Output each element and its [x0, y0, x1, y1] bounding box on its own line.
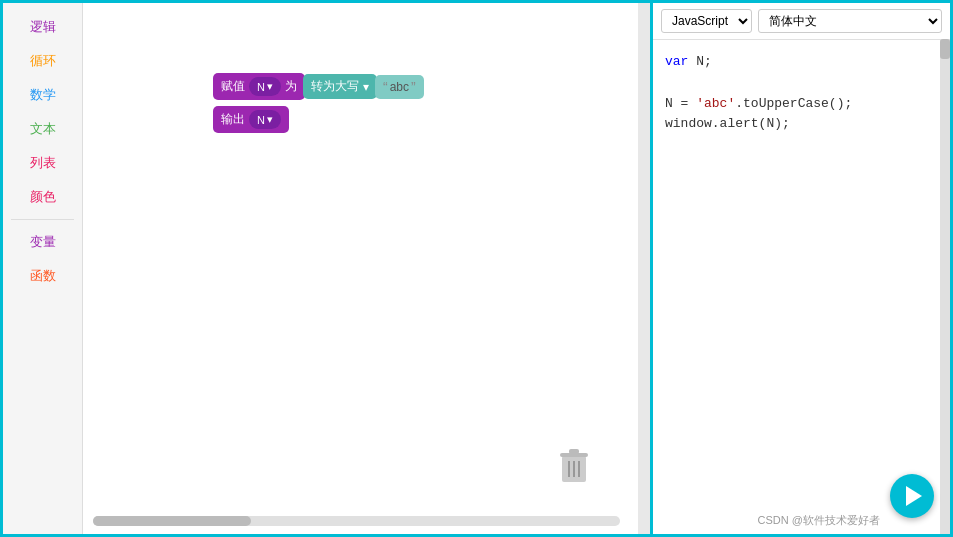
- close-quote: ”: [411, 79, 416, 95]
- convert-arrow: ▾: [363, 80, 369, 94]
- convert-block[interactable]: 转为大写 ▾: [303, 74, 377, 99]
- code-var-decl: N;: [696, 54, 712, 69]
- code-content: var N; N = 'abc'.toUpperCase(); window.a…: [653, 40, 950, 534]
- var-dropdown-arrow: ▾: [267, 80, 273, 93]
- as-label: 为: [285, 78, 297, 95]
- code-string-abc: 'abc': [696, 96, 735, 111]
- code-method: .toUpperCase();: [735, 96, 852, 111]
- assign-label: 赋值: [221, 78, 245, 95]
- code-line-3: window.alert(N);: [665, 114, 938, 135]
- canvas-area[interactable]: 赋值 N ▾ 为 转为大写 ▾ “ abc ”: [83, 3, 650, 534]
- svg-rect-2: [569, 449, 579, 454]
- sidebar-item-math[interactable]: 数学: [7, 80, 78, 110]
- code-alert: window.alert(N);: [665, 116, 790, 131]
- sidebar: 逻辑 循环 数学 文本 列表 颜色 变量 函数: [3, 3, 83, 534]
- sidebar-item-list[interactable]: 列表: [7, 148, 78, 178]
- code-line-blank: [665, 73, 938, 94]
- h-scrollbar-thumb[interactable]: [93, 516, 251, 526]
- v-scrollbar-thumb[interactable]: [940, 39, 950, 59]
- locale-select[interactable]: 简体中文 English: [758, 9, 942, 33]
- assign-block[interactable]: 赋值 N ▾ 为: [213, 73, 305, 100]
- trash-icon[interactable]: [558, 448, 590, 494]
- sidebar-item-text[interactable]: 文本: [7, 114, 78, 144]
- canvas-vertical-scrollbar[interactable]: [638, 3, 650, 534]
- var-dropdown[interactable]: N ▾: [249, 77, 281, 96]
- convert-label: 转为大写: [311, 78, 359, 95]
- code-assign: N =: [665, 96, 696, 111]
- blocks-container: 赋值 N ▾ 为 转为大写 ▾ “ abc ”: [213, 73, 424, 139]
- code-vertical-scrollbar[interactable]: [940, 39, 950, 534]
- open-quote: “: [383, 79, 388, 95]
- code-toolbar: JavaScript Python PHP 简体中文 English: [653, 3, 950, 40]
- code-line-2: N = 'abc'.toUpperCase();: [665, 94, 938, 115]
- assign-block-row: 赋值 N ▾ 为 转为大写 ▾ “ abc ”: [213, 73, 424, 100]
- output-block[interactable]: 输出 N ▾: [213, 106, 289, 133]
- sidebar-item-color[interactable]: 颜色: [7, 182, 78, 212]
- var-name: N: [257, 81, 265, 93]
- sidebar-item-loop[interactable]: 循环: [7, 46, 78, 76]
- keyword-var: var: [665, 54, 688, 69]
- output-var-dropdown[interactable]: N ▾: [249, 110, 281, 129]
- code-panel: JavaScript Python PHP 简体中文 English var N…: [650, 3, 950, 534]
- main-container: 逻辑 循环 数学 文本 列表 颜色 变量 函数 赋值 N ▾ 为 转为: [0, 0, 953, 537]
- output-var-arrow: ▾: [267, 113, 273, 126]
- output-block-row: 输出 N ▾: [213, 106, 424, 133]
- sidebar-item-logic[interactable]: 逻辑: [7, 12, 78, 42]
- language-select[interactable]: JavaScript Python PHP: [661, 9, 752, 33]
- string-block[interactable]: “ abc ”: [375, 75, 424, 99]
- output-var-name: N: [257, 114, 265, 126]
- sidebar-divider: [11, 219, 74, 220]
- sidebar-item-function[interactable]: 函数: [7, 261, 78, 291]
- run-button[interactable]: [890, 474, 934, 518]
- sidebar-item-variable[interactable]: 变量: [7, 227, 78, 257]
- string-value: abc: [390, 80, 409, 94]
- watermark: CSDN @软件技术爱好者: [758, 513, 880, 528]
- output-label: 输出: [221, 111, 245, 128]
- canvas-horizontal-scrollbar[interactable]: [93, 516, 620, 526]
- code-line-1: var N;: [665, 52, 938, 73]
